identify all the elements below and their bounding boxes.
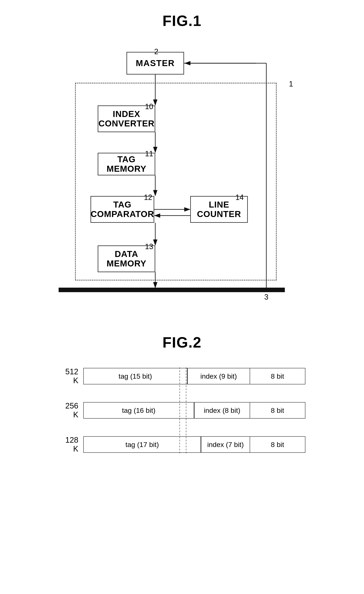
fig2-container: FIG.2 512 K tag (15 bit) index (9 bit) 8… bbox=[58, 334, 306, 453]
seg-index-128: index (7 bit) bbox=[201, 436, 250, 453]
segments-256k: tag (16 bit) index (8 bit) 8 bit bbox=[83, 402, 306, 418]
seg-tag-512: tag (15 bit) bbox=[83, 368, 187, 385]
segments-128k: tag (17 bit) index (7 bit) 8 bit bbox=[83, 436, 306, 453]
fig1-title: FIG.1 bbox=[162, 12, 202, 29]
label-256k: 256 K bbox=[58, 401, 83, 419]
label-1: 1 bbox=[289, 80, 293, 88]
label-14: 14 bbox=[235, 193, 244, 202]
seg-offset-128: 8 bit bbox=[250, 436, 306, 453]
seg-index-256: index (8 bit) bbox=[194, 402, 250, 418]
label-12: 12 bbox=[144, 193, 152, 202]
bit-row-256k: 256 K tag (16 bit) index (8 bit) 8 bit bbox=[58, 401, 306, 419]
label-13: 13 bbox=[145, 242, 153, 251]
fig2-title: FIG.2 bbox=[58, 334, 306, 351]
seg-index-512: index (9 bit) bbox=[187, 368, 250, 385]
segments-512k: tag (15 bit) index (9 bit) 8 bit bbox=[83, 368, 306, 385]
bit-row-512k: 512 K tag (15 bit) index (9 bit) 8 bit bbox=[58, 367, 306, 385]
seg-tag-128: tag (17 bit) bbox=[83, 436, 201, 453]
bit-diagram: 512 K tag (15 bit) index (9 bit) 8 bit 2… bbox=[58, 367, 306, 453]
fig1-diagram: 1 MASTER 2 INDEX CONVERTER 10 TAG MEMORY… bbox=[58, 42, 306, 309]
seg-tag-256: tag (16 bit) bbox=[83, 402, 194, 418]
page: FIG.1 bbox=[0, 0, 364, 594]
label-10: 10 bbox=[145, 102, 153, 111]
label-128k: 128 K bbox=[58, 436, 83, 453]
bit-row-128k: 128 K tag (17 bit) index (7 bit) 8 bit bbox=[58, 436, 306, 453]
bus-bar bbox=[58, 288, 285, 292]
seg-offset-256: 8 bit bbox=[250, 402, 306, 418]
label-2: 2 bbox=[154, 47, 158, 56]
seg-offset-512: 8 bit bbox=[250, 368, 306, 385]
label-11: 11 bbox=[145, 149, 153, 158]
label-512k: 512 K bbox=[58, 367, 83, 385]
label-3: 3 bbox=[264, 293, 268, 301]
